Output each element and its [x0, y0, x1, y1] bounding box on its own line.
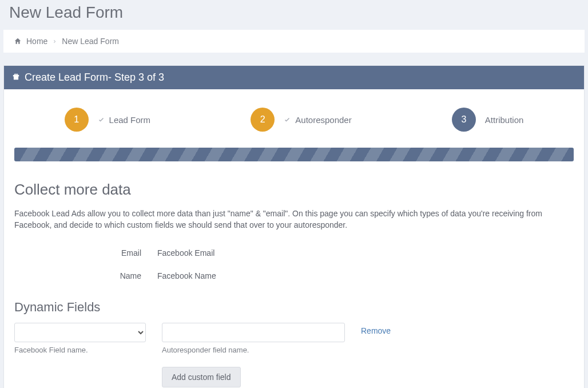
breadcrumb-current: New Lead Form	[62, 37, 119, 46]
chevron-right-icon	[52, 37, 57, 46]
field-label: Email	[14, 248, 157, 258]
gift-icon	[12, 72, 20, 84]
step-autoresponder[interactable]: 2 Autoresponder	[251, 108, 351, 132]
step-number: 2	[251, 108, 275, 132]
breadcrumb: Home New Lead Form	[3, 30, 585, 53]
check-icon	[98, 115, 105, 125]
remove-link[interactable]: Remove	[361, 323, 391, 335]
facebook-field-select[interactable]	[14, 323, 146, 342]
check-icon	[284, 115, 291, 125]
step-lead-form[interactable]: 1 Lead Form	[65, 108, 151, 132]
step-attribution[interactable]: 3 Attribution	[452, 108, 524, 132]
autoresponder-field-input[interactable]	[162, 323, 345, 342]
field-row-name: Name Facebook Name	[14, 264, 574, 287]
field-value: Facebook Email	[157, 248, 214, 258]
wizard-steps: 1 Lead Form 2 Autoresponder	[14, 103, 574, 148]
section-title-collect: Collect more data	[14, 181, 574, 199]
step-number: 1	[65, 108, 89, 132]
progress-bar	[14, 148, 574, 161]
field-row-email: Email Facebook Email	[14, 241, 574, 264]
section-title-dynamic: Dynamic Fields	[14, 300, 574, 315]
field-label: Name	[14, 271, 157, 280]
add-custom-field-button[interactable]: Add custom field	[162, 367, 241, 387]
step-number: 3	[452, 108, 476, 132]
step-label: Lead Form	[109, 115, 151, 125]
panel: Create Lead Form- Step 3 of 3 1 Lead For…	[3, 65, 585, 388]
select-help: Facebook Field name.	[14, 346, 146, 354]
field-value: Facebook Name	[157, 271, 216, 280]
step-label: Autoresponder	[295, 115, 351, 125]
panel-title: Create Lead Form- Step 3 of 3	[25, 72, 164, 84]
breadcrumb-home[interactable]: Home	[26, 37, 47, 46]
panel-header: Create Lead Form- Step 3 of 3	[4, 66, 584, 89]
home-icon	[14, 37, 22, 45]
dynamic-field-row: Facebook Field name. Autoresponder field…	[14, 323, 574, 354]
page-title: New Lead Form	[3, 0, 585, 30]
step-label: Attribution	[485, 115, 524, 125]
input-help: Autoresponder field name.	[162, 346, 345, 354]
section-desc-collect: Facebook Lead Ads allow you to collect m…	[14, 208, 574, 231]
